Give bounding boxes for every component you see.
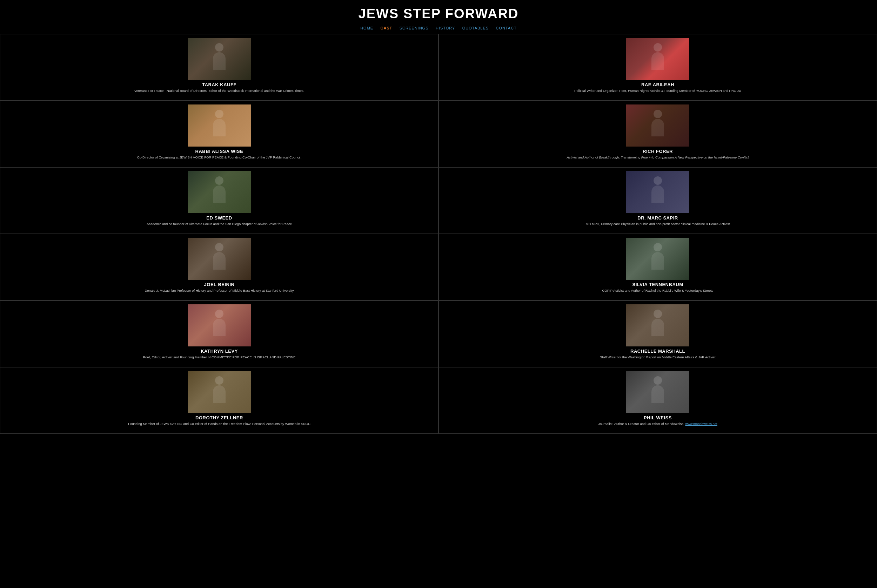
cast-card-silvia-tennenbaum: SILVIA TENNENBAUMCOPIP Activist and Auth… <box>438 234 877 300</box>
cast-desc-dr-marc-sapir: MD MPH, Primary care Physician in public… <box>586 222 730 226</box>
main-nav: HOME CAST SCREENINGS HISTORY QUOTABLES C… <box>0 24 877 34</box>
cast-link-phil-weiss[interactable]: www.mondoweiss.net <box>685 422 717 426</box>
site-title: JEWS STEP FORWARD <box>0 6 877 21</box>
cast-name-phil-weiss: PHIL WEISS <box>644 415 672 420</box>
cast-desc-phil-weiss: Journalist, Author & Creator and Co-edit… <box>598 422 717 426</box>
cast-image-ed-sweed <box>188 171 251 213</box>
cast-desc-tarak-kauff: Veterans For Peace - National Board of D… <box>134 88 305 93</box>
cast-image-rachelle-marshall <box>626 304 689 346</box>
cast-name-dr-marc-sapir: DR. MARC SAPIR <box>637 215 678 220</box>
cast-name-rabbi-alissa-wise: RABBI ALISSA WISE <box>195 148 243 154</box>
cast-image-rae-abileah <box>626 38 689 80</box>
cast-image-kathryn-levy <box>188 304 251 346</box>
cast-image-dr-marc-sapir <box>626 171 689 213</box>
cast-desc-dorothy-zellner: Founding Member of JEWS SAY NO and Co-ed… <box>128 422 311 426</box>
cast-image-dorothy-zellner <box>188 371 251 413</box>
cast-name-rachelle-marshall: RACHELLE MARSHALL <box>631 348 685 354</box>
nav-home[interactable]: HOME <box>360 26 373 30</box>
nav-contact[interactable]: CONTACT <box>496 26 517 30</box>
cast-desc-ed-sweed: Academic and co founder of Alternate Foc… <box>147 222 292 226</box>
nav-screenings[interactable]: SCREENINGS <box>399 26 429 30</box>
cast-card-rabbi-alissa-wise: RABBI ALISSA WISECo-Director of Organizi… <box>0 100 438 167</box>
cast-desc-rae-abileah: Political Writer and Organizer, Poet, Hu… <box>574 88 741 93</box>
cast-name-dorothy-zellner: DOROTHY ZELLNER <box>195 415 243 420</box>
site-header: JEWS STEP FORWARD <box>0 0 877 24</box>
cast-image-joel-beinin <box>188 238 251 280</box>
cast-name-ed-sweed: ED SWEED <box>206 215 232 220</box>
cast-image-rich-forer <box>626 105 689 147</box>
cast-card-rich-forer: RICH FORERActivist and Author of Breakth… <box>438 100 877 167</box>
cast-card-phil-weiss: PHIL WEISSJournalist, Author & Creator a… <box>438 367 877 434</box>
cast-name-joel-beinin: JOEL BEININ <box>204 282 235 287</box>
cast-card-tarak-kauff: TARAK KAUFFVeterans For Peace - National… <box>0 34 438 100</box>
cast-name-kathryn-levy: KATHRYN LEVY <box>201 348 238 354</box>
cast-card-joel-beinin: JOEL BEININDonald J. McLachlan Professor… <box>0 234 438 300</box>
cast-card-dr-marc-sapir: DR. MARC SAPIRMD MPH, Primary care Physi… <box>438 167 877 234</box>
cast-name-rich-forer: RICH FORER <box>643 148 673 154</box>
cast-image-rabbi-alissa-wise <box>188 105 251 147</box>
cast-desc-rich-forer: Activist and Author of Breakthrough: Tra… <box>567 155 749 159</box>
cast-desc-joel-beinin: Donald J. McLachlan Professor of History… <box>144 288 294 293</box>
nav-cast[interactable]: CAST <box>380 26 392 30</box>
cast-grid: TARAK KAUFFVeterans For Peace - National… <box>0 34 877 434</box>
nav-quotables[interactable]: QUOTABLES <box>463 26 489 30</box>
cast-desc-silvia-tennenbaum: COPIP Activist and Author of Rachel the … <box>602 288 713 293</box>
cast-desc-rachelle-marshall: Staff Writer for the Washington Report o… <box>600 355 716 359</box>
cast-name-tarak-kauff: TARAK KAUFF <box>202 82 236 87</box>
cast-name-rae-abileah: RAE ABILEAH <box>641 82 674 87</box>
cast-card-rachelle-marshall: RACHELLE MARSHALLStaff Writer for the Wa… <box>438 300 877 367</box>
cast-image-phil-weiss <box>626 371 689 413</box>
cast-desc-rabbi-alissa-wise: Co-Director of Organizing at JEWISH VOIC… <box>137 155 302 159</box>
cast-card-rae-abileah: RAE ABILEAHPolitical Writer and Organize… <box>438 34 877 100</box>
cast-name-silvia-tennenbaum: SILVIA TENNENBAUM <box>632 282 683 287</box>
cast-desc-kathryn-levy: Poet, Editor, Activist and Founding Memb… <box>143 355 296 359</box>
cast-image-tarak-kauff <box>188 38 251 80</box>
nav-history[interactable]: HISTORY <box>436 26 455 30</box>
cast-card-kathryn-levy: KATHRYN LEVYPoet, Editor, Activist and F… <box>0 300 438 367</box>
cast-image-silvia-tennenbaum <box>626 238 689 280</box>
cast-card-ed-sweed: ED SWEEDAcademic and co founder of Alter… <box>0 167 438 234</box>
cast-card-dorothy-zellner: DOROTHY ZELLNERFounding Member of JEWS S… <box>0 367 438 434</box>
